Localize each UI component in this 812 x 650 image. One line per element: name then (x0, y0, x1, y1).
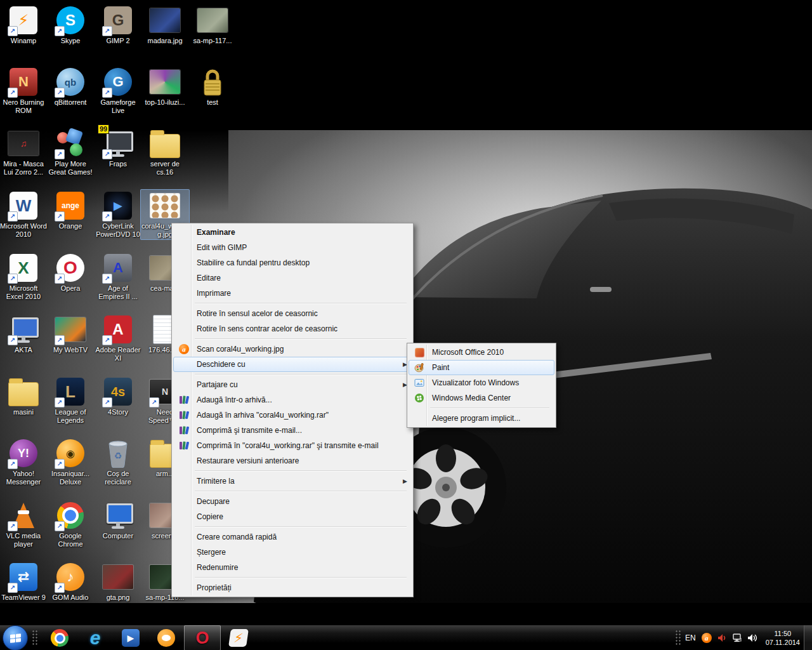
context-menu-item-scan-coral4u-working-jpg[interactable]: aScan coral4u_working.jpg (173, 342, 412, 357)
desktop-icon-skype[interactable]: S↗Skype (47, 5, 94, 45)
desktop-icon-gta-png[interactable]: gta.png (95, 562, 141, 602)
context-menu-item-deschidere-cu[interactable]: Deschidere cu▶ (173, 357, 412, 372)
desktop-icon-top-10-iluzi[interactable]: top-10-iluzi... (141, 67, 188, 107)
desktop-icon-co-de-reciclare[interactable]: ♻Coș de reciclare (95, 438, 141, 486)
desktop-icon-gameforge-live[interactable]: G↗Gameforge Live (95, 67, 141, 115)
icon-label: test (189, 98, 236, 107)
desktop-icon-insaniquar-deluxe[interactable]: ◉↗Insaniquar... Deluxe (47, 438, 94, 486)
icon-label: gta.png (95, 594, 141, 602)
context-menu-item-examinare[interactable]: Examinare (173, 225, 412, 240)
context-menu-item-propriet-i[interactable]: Proprietăți (173, 580, 412, 595)
my-webtv-icon: ↗ (55, 314, 86, 345)
volume-icon[interactable] (747, 632, 758, 644)
context-menu-item-tergere[interactable]: Ștergere (173, 545, 412, 560)
clock[interactable]: 11:50 07.11.2014 (766, 629, 800, 647)
desktop-icon-adobe-reader-xi[interactable]: A↗Adobe Reader XI (95, 314, 141, 362)
context-menu-item-rotire-n-sens-contrar-acelor-de-ceasornic[interactable]: Rotire în sens contrar acelor de ceasorn… (173, 321, 412, 336)
open-with-item-paint[interactable]: Paint (409, 360, 554, 375)
nero-burning-rom-icon: N↗ (8, 67, 39, 97)
context-menu-item-creare-comand-rapid[interactable]: Creare comandă rapidă (173, 529, 412, 545)
desktop-icon-my-webtv[interactable]: ↗My WebTV (47, 314, 94, 354)
context-menu-item-edit-with-gimp[interactable]: Edit with GIMP (173, 240, 412, 255)
desktop-icon-masini[interactable]: masini (0, 376, 47, 416)
computer-icon (103, 500, 133, 531)
context-menu-item-decupare[interactable]: Decupare (173, 494, 412, 509)
desktop-icon-age-of-empires-ii[interactable]: A↗Age of Empires II ... (95, 253, 141, 301)
desktop-icon-server-de-cs-16[interactable]: server de cs.16 (141, 128, 188, 176)
desktop-icon-microsoft-word-2010[interactable]: W↗Microsoft Word 2010 (0, 190, 47, 239)
clock-time: 11:50 (766, 629, 800, 638)
shortcut-arrow-icon: ↗ (55, 149, 65, 159)
desktop-icon-qbittorrent[interactable]: qb↗qBittorrent (47, 67, 94, 107)
context-menu-separator (195, 491, 407, 492)
desktop-icon-akta[interactable]: ↗AKTA (0, 314, 47, 354)
open-with-item-windows-media-center[interactable]: Windows Media Center (409, 390, 554, 406)
desktop-icon-4story[interactable]: 4s↗4Story (95, 376, 141, 416)
desktop-icon-yahoo-messenger[interactable]: Y!↗Yahoo! Messenger (0, 438, 47, 486)
desktop-icon-teamviewer-9[interactable]: ⇄↗TeamViewer 9 (0, 562, 47, 602)
start-button[interactable] (3, 625, 28, 650)
open-with-item-microsoft-office-2010[interactable]: Microsoft Office 2010 (409, 345, 554, 360)
context-menu-item-adaug-n-arhiva-coral4u-working-rar[interactable]: Adaugă în arhiva "coral4u_working.rar" (173, 408, 412, 423)
desktop-icon-computer[interactable]: Computer (95, 500, 141, 540)
shortcut-arrow-icon: ↗ (55, 335, 65, 345)
language-indicator[interactable]: EN (685, 633, 696, 642)
context-menu-item-comprim-n-coral4u-working-rar-i-transmite-e-mail[interactable]: Comprimă în "coral4u_working.rar" şi tra… (173, 438, 412, 453)
desktop-icon-gom-audio[interactable]: ♪↗GOM Audio (47, 562, 94, 602)
tray-icons: a (701, 632, 758, 644)
desktop-icon-opera[interactable]: O↗Opera (47, 253, 94, 293)
desktop-icon-madara-jpg[interactable]: madara.jpg (141, 5, 188, 45)
desktop-icon-league-of-legends[interactable]: L↗League of Legends (47, 376, 94, 425)
desktop-icon-mira-masca-lui-zorro-2[interactable]: ♫Mira - Masca Lui Zorro 2... (0, 128, 47, 176)
league-of-legends-icon: L↗ (55, 376, 86, 407)
context-menu-item-restaurare-versiuni-anterioare[interactable]: Restaurare versiuni anterioare (173, 453, 412, 468)
context-menu-item-trimitere-la[interactable]: Trimitere la▶ (173, 474, 412, 489)
icon-label: Gameforge Live (95, 98, 141, 115)
icon-label: server de cs.16 (141, 160, 188, 176)
gom-audio-icon: ♪↗ (55, 562, 86, 592)
desktop-icon-google-chrome[interactable]: ↗Google Chrome (47, 500, 94, 548)
context-menu-item-adaug-ntr-o-arhiv[interactable]: Adaugă într-o arhivă... (173, 392, 412, 408)
open-with-item-alegere-program-implicit[interactable]: Alegere program implicit... (409, 411, 554, 426)
desktop-icon-vlc-media-player[interactable]: ↗VLC media player (0, 500, 47, 548)
context-menu-item-redenumire[interactable]: Redenumire (173, 560, 412, 575)
icon-label: CyberLink PowerDVD 10 (95, 222, 141, 239)
desktop-icon-cyberlink-powerdvd-10[interactable]: ▶↗CyberLink PowerDVD 10 (95, 190, 141, 239)
taskbar-opera-button[interactable]: O (184, 625, 221, 650)
adobe-reader-xi-icon: A↗ (103, 314, 133, 345)
context-menu-item-stabilire-ca-fundal-pentru-desktop[interactable]: Stabilire ca fundal pentru desktop (173, 255, 412, 270)
network-icon[interactable] (731, 632, 743, 644)
desktop-icon-orange[interactable]: ange↗Orange (47, 190, 94, 230)
masini-icon (8, 376, 39, 407)
show-desktop-button[interactable] (804, 625, 812, 650)
taskbar-internet-explorer-button[interactable]: e (77, 626, 113, 650)
taskbar-windows-media-player-button[interactable]: ▶ (113, 626, 148, 650)
desktop-icon-play-more-great-games[interactable]: ↗Play More Great Games! (47, 128, 94, 176)
menu-item-label: Windows Media Center (429, 394, 511, 402)
context-menu-item-partajare-cu[interactable]: Partajare cu▶ (173, 377, 412, 392)
desktop-icon-sa-mp-117[interactable]: sa-mp-117... (189, 5, 236, 45)
taskbar-gom-player-button[interactable] (148, 626, 184, 650)
taskbar-winamp-button[interactable]: ⚡ (221, 626, 256, 650)
taskbar-chrome-button[interactable] (42, 626, 77, 650)
submenu-arrow-icon: ▶ (403, 478, 407, 484)
desktop-icon-microsoft-excel-2010[interactable]: X↗Microsoft Excel 2010 (0, 253, 47, 301)
open-with-item-vizualizator-foto-windows[interactable]: Vizualizator foto Windows (409, 375, 554, 390)
desktop-icon-gimp-2[interactable]: G↗GIMP 2 (95, 5, 141, 45)
winrar-icon (174, 425, 194, 435)
system-tray: EN a 11:50 07.11.2014 (685, 629, 804, 647)
desktop-icon-winamp[interactable]: ⚡↗Winamp (0, 5, 47, 45)
menu-item-label: Rotire în sensul acelor de ceasornic (194, 309, 318, 318)
context-menu-item-imprimare[interactable]: Imprimare (173, 286, 412, 301)
menu-item-label: Microsoft Office 2010 (429, 348, 504, 357)
audio-manager-icon[interactable] (716, 632, 728, 644)
icon-label: Play More Great Games! (47, 160, 94, 176)
desktop-icon-fraps[interactable]: ↗99Fraps (95, 128, 141, 168)
context-menu-item-copiere[interactable]: Copiere (173, 509, 412, 524)
desktop-icon-nero-burning-rom[interactable]: N↗Nero Burning ROM (0, 67, 47, 115)
avast-icon[interactable]: a (701, 632, 712, 644)
context-menu-item-comprim-i-transmite-e-mail[interactable]: Comprimă şi transmite e-mail... (173, 423, 412, 438)
context-menu-item-rotire-n-sensul-acelor-de-ceasornic[interactable]: Rotire în sensul acelor de ceasornic (173, 306, 412, 321)
desktop-icon-test[interactable]: test (189, 67, 236, 107)
context-menu-item-editare[interactable]: Editare (173, 270, 412, 286)
